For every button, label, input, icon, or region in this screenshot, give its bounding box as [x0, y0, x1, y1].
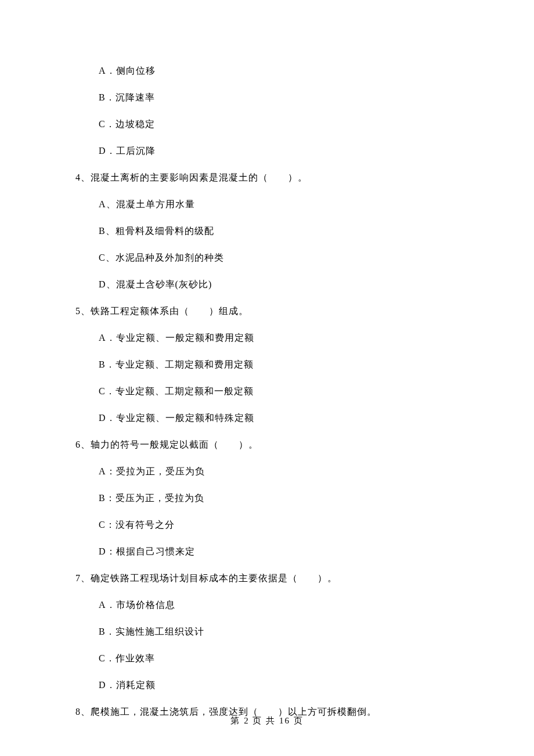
question-4: 4、混凝土离析的主要影响因素是混凝土的（ ）。 — [75, 171, 459, 185]
q3-option-d: D．工后沉降 — [99, 144, 459, 158]
q5-option-c: C．专业定额、工期定额和一般定额 — [99, 384, 459, 398]
q6-option-c: C：没有符号之分 — [99, 518, 459, 532]
question-6: 6、轴力的符号一般规定以截面（ ）。 — [75, 438, 459, 452]
q3-option-c: C．边坡稳定 — [99, 117, 459, 131]
page-footer: 第 2 页 共 16 页 — [0, 714, 534, 728]
q6-option-b: B：受压为正，受拉为负 — [99, 491, 459, 505]
q4-option-d: D、混凝土含砂率(灰砂比) — [99, 278, 459, 291]
question-5: 5、铁路工程定额体系由（ ）组成。 — [75, 304, 459, 318]
q5-option-b: B．专业定额、工期定额和费用定额 — [99, 358, 459, 372]
q3-option-b: B．沉降速率 — [99, 91, 459, 105]
q7-option-b: B．实施性施工组织设计 — [99, 625, 459, 639]
q6-option-d: D：根据自己习惯来定 — [99, 545, 459, 559]
q7-option-d: D．消耗定额 — [99, 678, 459, 692]
q4-option-b: B、粗骨料及细骨料的级配 — [99, 224, 459, 238]
q4-option-a: A、混凝土单方用水量 — [99, 197, 459, 211]
q7-option-a: A．市场价格信息 — [99, 598, 459, 612]
q5-option-d: D．专业定额、一般定额和特殊定额 — [99, 411, 459, 425]
q4-option-c: C、水泥品种及外加剂的种类 — [99, 251, 459, 265]
q6-option-a: A：受拉为正，受压为负 — [99, 465, 459, 478]
q3-option-a: A．侧向位移 — [99, 64, 459, 78]
question-7: 7、确定铁路工程现场计划目标成本的主要依据是（ ）。 — [75, 571, 459, 585]
q7-option-c: C．作业效率 — [99, 651, 459, 665]
q5-option-a: A．专业定额、一般定额和费用定额 — [99, 331, 459, 345]
